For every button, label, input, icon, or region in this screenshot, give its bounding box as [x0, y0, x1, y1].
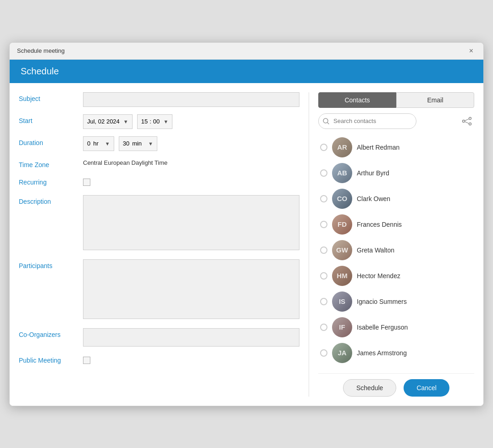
public-meeting-row: Public Meeting [19, 354, 299, 366]
description-control [83, 195, 299, 252]
network-icon[interactable] [460, 114, 474, 129]
recurring-checkbox[interactable] [83, 179, 90, 186]
duration-min-select[interactable]: 30 min ▼ [119, 136, 157, 151]
contact-name: Clark Owen [357, 195, 390, 202]
dialog-body: Subject Start Jul, 02 2024 ▼ 15 : 00 [10, 83, 483, 406]
start-date-value: Jul, 02 2024 [87, 118, 120, 125]
contact-radio[interactable] [320, 169, 327, 177]
svg-line-5 [465, 119, 469, 121]
contact-item[interactable]: JA James Armstrong [318, 340, 474, 366]
header-title: Schedule [21, 66, 59, 76]
dialog-title: Schedule meeting [17, 47, 65, 54]
recurring-row: Recurring [19, 176, 299, 188]
recurring-label: Recurring [19, 176, 83, 186]
contact-list: AR Albert Redman AB Arthur Byrd CO Clark… [318, 134, 474, 366]
contact-name: Albert Redman [357, 144, 399, 151]
start-time-box[interactable]: 15 : 00 ▼ [137, 114, 172, 129]
schedule-button[interactable]: Schedule [343, 379, 396, 397]
duration-min-value: 30 [123, 140, 129, 147]
contact-name: Hector Mendez [357, 272, 400, 280]
search-wrapper [318, 113, 456, 129]
contact-radio[interactable] [320, 144, 327, 151]
start-label: Start [19, 114, 83, 124]
schedule-meeting-dialog: Schedule meeting × Schedule Subject Star… [9, 42, 484, 406]
coorganizers-input[interactable] [83, 328, 299, 347]
duration-min-unit: min [132, 140, 142, 147]
contact-radio[interactable] [320, 349, 327, 357]
svg-point-4 [469, 123, 471, 125]
contact-item[interactable]: CO Clark Owen [318, 186, 474, 212]
recurring-control [83, 176, 299, 188]
contact-name: Greta Walton [357, 246, 394, 254]
start-date-select[interactable]: Jul, 02 2024 ▼ [83, 114, 133, 129]
public-meeting-control [83, 354, 299, 366]
svg-line-1 [327, 123, 329, 124]
contact-radio[interactable] [320, 195, 327, 202]
coorganizers-label: Co-Organizers [19, 328, 83, 338]
description-label: Description [19, 195, 83, 205]
timezone-value: Central European Daylight Time [83, 157, 167, 166]
search-row [318, 113, 474, 129]
contact-radio[interactable] [320, 221, 327, 228]
duration-min-arrow: ▼ [148, 141, 153, 146]
public-meeting-label: Public Meeting [19, 354, 83, 364]
subject-control [83, 92, 299, 107]
timezone-label: Time Zone [19, 158, 83, 168]
contact-radio[interactable] [320, 298, 327, 305]
description-row: Description [19, 195, 299, 252]
right-panel: Contacts Email [309, 92, 474, 397]
public-meeting-checkbox[interactable] [83, 357, 90, 364]
contact-item[interactable]: GW Greta Walton [318, 237, 474, 263]
left-panel: Subject Start Jul, 02 2024 ▼ 15 : 00 [19, 92, 309, 397]
contact-avatar: FD [332, 214, 352, 235]
contact-avatar: HM [332, 266, 352, 286]
contact-item[interactable]: IF Isabelle Ferguson [318, 314, 474, 340]
contact-avatar: AB [332, 163, 352, 183]
contact-tabs: Contacts Email [318, 92, 474, 108]
contact-item[interactable]: IS Ignacio Summers [318, 289, 474, 314]
contact-avatar: GW [332, 240, 352, 260]
contact-radio[interactable] [320, 324, 327, 331]
search-icon [323, 118, 329, 124]
svg-line-6 [465, 122, 469, 123]
cancel-button[interactable]: Cancel [404, 379, 449, 397]
search-input[interactable] [318, 113, 416, 129]
start-date-arrow: ▼ [123, 119, 128, 124]
duration-hr-arrow: ▼ [105, 141, 110, 146]
coorganizers-control [83, 328, 299, 347]
participants-label: Participants [19, 259, 83, 269]
start-control: Jul, 02 2024 ▼ 15 : 00 ▼ [83, 114, 299, 129]
duration-control: 0 hr ▼ 30 min ▼ [83, 136, 299, 151]
start-row: Start Jul, 02 2024 ▼ 15 : 00 ▼ [19, 114, 299, 129]
contact-item[interactable]: HM Hector Mendez [318, 263, 474, 289]
tab-contacts[interactable]: Contacts [318, 92, 396, 108]
duration-hr-value: 0 [87, 140, 90, 147]
contact-avatar: IS [332, 291, 352, 312]
duration-hr-unit: hr [93, 140, 99, 147]
contact-item[interactable]: FD Frances Dennis [318, 212, 474, 237]
tab-email[interactable]: Email [396, 92, 474, 108]
duration-label: Duration [19, 136, 83, 146]
start-hour: 15 [141, 118, 148, 125]
timezone-row: Time Zone Central European Daylight Time [19, 158, 299, 168]
contact-item[interactable]: AB Arthur Byrd [318, 160, 474, 186]
svg-point-3 [469, 117, 471, 119]
close-button[interactable]: × [466, 46, 476, 56]
timezone-control: Central European Daylight Time [83, 158, 299, 167]
description-textarea[interactable] [83, 195, 299, 250]
svg-point-2 [463, 120, 465, 122]
contact-name: Isabelle Ferguson [357, 324, 408, 331]
participants-row: Participants [19, 259, 299, 321]
participants-textarea[interactable] [83, 259, 299, 319]
start-time-arrow: ▼ [163, 119, 168, 124]
subject-input[interactable] [83, 92, 299, 107]
title-bar: Schedule meeting × [10, 43, 483, 60]
contact-radio[interactable] [320, 272, 327, 280]
time-colon: : [150, 118, 151, 125]
duration-hr-select[interactable]: 0 hr ▼ [83, 136, 114, 151]
coorganizers-row: Co-Organizers [19, 328, 299, 347]
contact-radio[interactable] [320, 246, 327, 254]
contact-avatar: CO [332, 189, 352, 209]
contact-item[interactable]: AR Albert Redman [318, 134, 474, 160]
contact-name: Frances Dennis [357, 221, 402, 228]
